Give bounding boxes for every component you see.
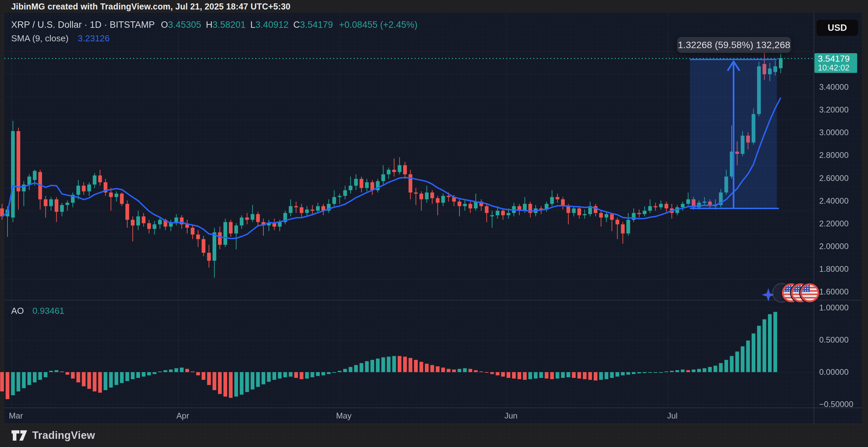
chart-legend: XRP / U.S. Dollar · 1D · BITSTAMP O3.453… [11, 20, 417, 44]
tradingview-logo[interactable]: TradingView [11, 429, 95, 442]
ao-label[interactable]: AO [11, 306, 24, 316]
close-label: C [293, 20, 300, 30]
symbol-legend-row: XRP / U.S. Dollar · 1D · BITSTAMP O3.453… [11, 20, 417, 30]
tradingview-logo-text: TradingView [32, 429, 95, 442]
ao-legend-row: AO 0.93461 [11, 306, 64, 316]
month-label: Jul [667, 411, 678, 421]
sma-label[interactable]: SMA (9, close) [11, 33, 68, 43]
month-label: May [336, 411, 351, 421]
ao-value: 0.93461 [33, 306, 64, 316]
ao-tick-label: 1.00000 [819, 303, 849, 312]
sma-legend-row: SMA (9, close) 3.23126 [11, 33, 417, 44]
close-value-pair: C3.54179 [293, 20, 333, 30]
high-value-pair: H3.58201 [206, 20, 245, 30]
low-value-pair: L3.40912 [250, 20, 289, 30]
change-value: +0.08455 (+2.45%) [339, 20, 417, 30]
currency-usd-button[interactable]: USD [816, 19, 859, 36]
last-price-value: 3.54179 [818, 54, 857, 63]
bar-countdown-timer: 10:42:02 [818, 63, 857, 72]
last-price-badge[interactable]: 3.54179 10:42:02 [814, 53, 857, 73]
high-value: 3.58201 [213, 20, 246, 30]
open-label: O [161, 20, 168, 30]
footer-bar: TradingView [0, 424, 868, 447]
price-range-tooltip: 1.32268 (59.58%) 132,268 [677, 37, 791, 53]
open-value: 3.45305 [168, 20, 201, 30]
month-label: Jun [505, 411, 518, 421]
tradingview-logo-icon [11, 429, 27, 442]
sma-value: 3.23126 [78, 33, 110, 43]
ao-tick-label: 0.50000 [819, 335, 849, 345]
time-axis[interactable]: MarAprMayJunJul [4, 408, 862, 424]
emoji-sticker-cluster[interactable] [761, 282, 815, 303]
high-label: H [206, 20, 213, 30]
symbol-title[interactable]: XRP / U.S. Dollar · 1D · BITSTAMP [11, 20, 155, 30]
low-value: 3.40912 [255, 20, 289, 30]
month-label: Apr [176, 411, 189, 421]
open-value-pair: O3.45305 [161, 20, 201, 30]
attribution-title: JibinMG created with TradingView.com, Ju… [11, 2, 291, 12]
header-bar: JibinMG created with TradingView.com, Ju… [0, 0, 868, 13]
close-value: 3.54179 [300, 20, 333, 30]
ao-tick-label: 0.00000 [819, 367, 849, 377]
low-label: L [250, 20, 255, 30]
month-label: Mar [9, 411, 23, 421]
ao-pane[interactable] [4, 301, 814, 408]
price-pane[interactable] [4, 13, 814, 300]
